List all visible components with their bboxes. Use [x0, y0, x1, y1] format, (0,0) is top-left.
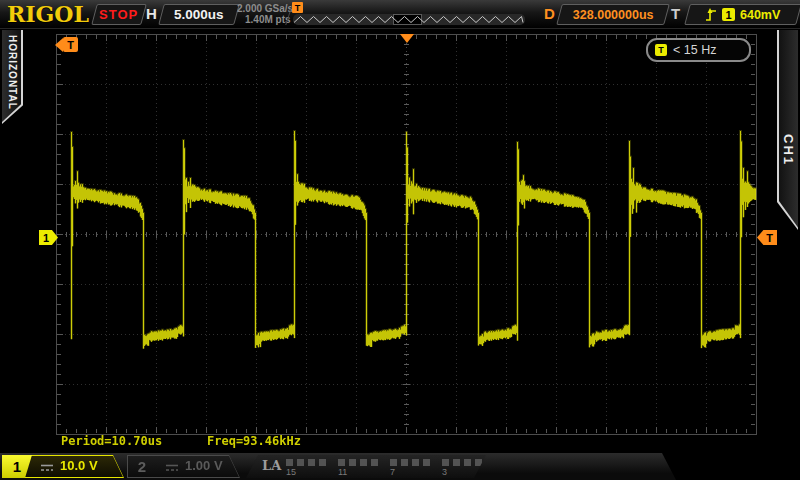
run-state-button[interactable]: STOP	[91, 4, 147, 25]
waveform-preview-bar[interactable]	[293, 14, 525, 25]
oscilloscope-screen: RIGOL STOP H 5.000us 2.000 GSa/s 1.40M p…	[0, 0, 800, 480]
trigger-level-marker[interactable]: T	[757, 230, 777, 245]
waveform-display	[56, 34, 757, 435]
la-channel-group: 15	[286, 459, 326, 477]
la-channel-indicator	[297, 459, 304, 466]
trigger-frequency-value: < 15 Hz	[673, 43, 716, 57]
trigger-position-offscreen-marker[interactable]: T	[55, 37, 78, 52]
la-channel-indicator	[423, 459, 430, 466]
la-channel-number: 7	[390, 467, 430, 477]
la-channel-indicator	[401, 459, 408, 466]
brand-logo: RIGOL	[7, 1, 89, 27]
la-label: LA	[262, 458, 281, 473]
ch2-status-block[interactable]: 2 1.00 V	[127, 455, 240, 478]
la-channel-indicator	[349, 459, 356, 466]
measurement-frequency: Freq=93.46kHz	[207, 434, 301, 448]
la-channel-number: 11	[338, 467, 378, 477]
trigger-settings-readout[interactable]: 1 640mV	[684, 4, 800, 25]
trigger-frequency-counter: T < 15 Hz	[646, 38, 751, 62]
run-state-label: STOP	[99, 7, 138, 22]
trigger-delay-readout[interactable]: 328.000000us	[556, 4, 670, 25]
la-channel-groups: 151173	[286, 459, 482, 477]
rising-edge-icon	[705, 7, 717, 22]
la-channel-group: 11	[338, 459, 378, 477]
la-channel-indicator	[360, 459, 367, 466]
la-channel-indicator	[442, 459, 449, 466]
timebase-value: 5.000us	[174, 7, 224, 22]
trigger-delay-value: 328.000000us	[573, 8, 654, 22]
timebase-readout[interactable]: 5.000us	[158, 4, 240, 25]
la-channel-indicator	[464, 459, 471, 466]
trigger-flag-icon: T	[63, 37, 78, 52]
tab-ch1-label: CH1	[781, 134, 796, 166]
la-channel-indicator	[308, 459, 315, 466]
preview-trigger-flag-icon: T	[292, 2, 303, 13]
tab-horizontal-label: HORIZONTAL	[7, 35, 18, 110]
la-channel-number: 15	[286, 467, 326, 477]
ch1-status-block[interactable]: 1 10.0 V	[2, 455, 124, 478]
la-status-block[interactable]: LA 151173	[246, 455, 486, 478]
trigger-icon: T	[655, 44, 667, 56]
delay-label: D	[544, 5, 555, 22]
la-channel-indicator	[371, 459, 378, 466]
ch2-scale-value: 1.00 V	[185, 458, 223, 473]
la-channel-indicator	[338, 459, 345, 466]
la-channel-indicator	[412, 459, 419, 466]
ch1-dc-coupling-icon	[40, 463, 54, 472]
la-channel-indicator	[286, 459, 293, 466]
trigger-level-value: 640mV	[740, 8, 780, 22]
ch1-scale-value: 10.0 V	[60, 458, 98, 473]
top-status-bar: RIGOL STOP H 5.000us 2.000 GSa/s 1.40M p…	[0, 0, 800, 29]
horizontal-label: H	[146, 5, 157, 22]
measurement-period: Period=10.70us	[61, 434, 162, 448]
trigger-label: T	[671, 5, 680, 22]
bottom-status-bar: 1 10.0 V 2 1.00 V LA 151173	[0, 452, 800, 480]
la-channel-indicator	[319, 459, 326, 466]
tab-horizontal-menu[interactable]: HORIZONTAL	[2, 30, 23, 124]
ch2-dc-coupling-icon	[165, 463, 179, 472]
la-channel-group: 7	[390, 459, 430, 477]
acquisition-info: 2.000 GSa/s 1.40M pts	[237, 3, 293, 25]
left-arrow-icon	[55, 38, 63, 52]
sample-rate: 2.000 GSa/s	[237, 3, 293, 14]
trigger-source-badge: 1	[722, 8, 735, 21]
la-channel-indicator	[453, 459, 460, 466]
la-channel-indicator	[390, 459, 397, 466]
tab-ch1-menu[interactable]: CH1	[777, 30, 798, 230]
horizontal-position-marker-icon[interactable]	[400, 34, 414, 43]
